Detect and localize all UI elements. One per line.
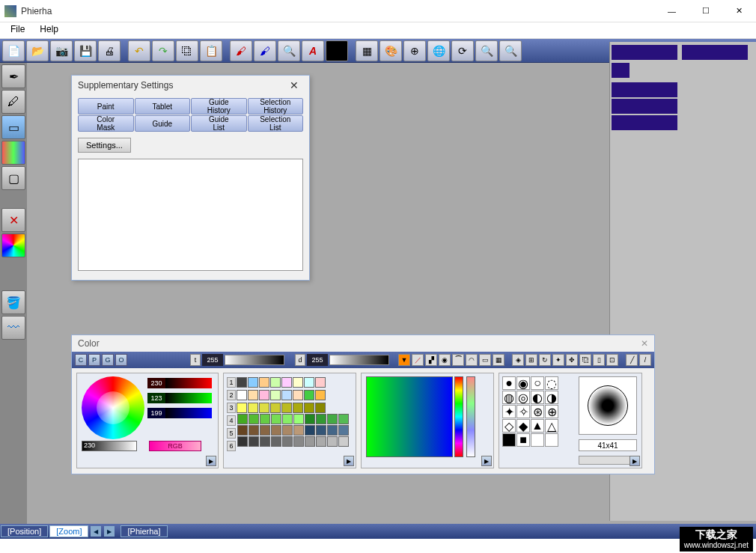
brush-preset[interactable]: ◆ bbox=[516, 419, 530, 433]
tool-rotate-icon[interactable]: ↻ bbox=[539, 354, 551, 366]
brush-red-button[interactable]: 🖌 bbox=[230, 40, 252, 61]
swatch-cell[interactable] bbox=[249, 414, 259, 424]
swatch[interactable] bbox=[281, 390, 292, 400]
brush-preset[interactable]: ◑ bbox=[545, 391, 558, 404]
print-button[interactable]: 🖨 bbox=[98, 40, 121, 61]
color-wheel[interactable] bbox=[82, 376, 144, 439]
tool-brush2-icon[interactable]: / bbox=[639, 354, 651, 366]
tool-diamond-icon[interactable]: ◈ bbox=[512, 354, 524, 366]
swatch-row-1[interactable]: 1 bbox=[227, 377, 236, 388]
brush-tool[interactable]: 🖊 bbox=[1, 90, 25, 114]
swatch[interactable] bbox=[304, 377, 314, 388]
swatch[interactable] bbox=[304, 403, 314, 413]
swatch-cell[interactable] bbox=[260, 436, 270, 447]
paint-bucket-tool[interactable]: 🪣 bbox=[1, 290, 25, 314]
brush-preset[interactable]: ● bbox=[502, 376, 516, 390]
swatch[interactable] bbox=[315, 390, 326, 400]
paste-button[interactable]: 📋 bbox=[200, 40, 222, 61]
swatch-cell[interactable] bbox=[249, 436, 259, 447]
swatch-cell[interactable] bbox=[338, 414, 349, 424]
zoom-out-button[interactable]: 🔍 bbox=[499, 40, 522, 61]
swatch[interactable] bbox=[304, 390, 314, 400]
shape-tool[interactable]: ▢ bbox=[1, 166, 25, 190]
panel-block-6[interactable] bbox=[612, 115, 677, 130]
zoom-in-button[interactable]: 🔍 bbox=[475, 40, 498, 61]
color-swatch-button[interactable] bbox=[326, 40, 348, 61]
new-file-button[interactable]: 📄 bbox=[2, 40, 25, 61]
swatch-row-5[interactable]: 5 bbox=[227, 428, 236, 439]
brush-preset[interactable]: ◇ bbox=[502, 419, 516, 433]
swatch[interactable] bbox=[281, 377, 292, 388]
swatch-cell[interactable] bbox=[338, 436, 349, 447]
undo-button[interactable]: ↶ bbox=[128, 40, 150, 61]
swatch-cell[interactable] bbox=[316, 436, 326, 447]
brush-size-slider[interactable] bbox=[579, 456, 637, 465]
brush-preset[interactable] bbox=[531, 433, 544, 447]
tab-selection-list[interactable]: Selection List bbox=[248, 115, 304, 132]
swatch[interactable] bbox=[248, 377, 258, 388]
tool-grid-icon[interactable]: ⊞ bbox=[525, 354, 537, 366]
swatch[interactable] bbox=[293, 403, 303, 413]
gradient-field[interactable] bbox=[366, 376, 453, 457]
tab-paint[interactable]: Paint bbox=[78, 98, 134, 114]
swatch-cell[interactable] bbox=[327, 436, 338, 447]
supp-close-button[interactable]: ✕ bbox=[285, 78, 303, 93]
swatch-row-6[interactable]: 6 bbox=[227, 441, 236, 451]
swatch[interactable] bbox=[270, 403, 281, 413]
copy-button[interactable]: ⿻ bbox=[176, 40, 198, 61]
swatch-cell[interactable] bbox=[293, 414, 304, 424]
brush-preset[interactable]: ◍ bbox=[502, 391, 516, 404]
redo-button[interactable]: ↷ bbox=[152, 40, 174, 61]
status-prev-icon[interactable]: ◀ bbox=[91, 526, 101, 537]
mode-g[interactable]: G bbox=[102, 354, 114, 366]
swatch[interactable] bbox=[259, 390, 269, 400]
swatch[interactable] bbox=[270, 377, 281, 388]
swatch[interactable] bbox=[237, 377, 247, 388]
r-slider[interactable] bbox=[165, 378, 212, 388]
swatch[interactable] bbox=[293, 390, 303, 400]
target-button[interactable]: ⊕ bbox=[403, 40, 426, 61]
brush-preset[interactable]: ◎ bbox=[516, 391, 530, 404]
swatch[interactable] bbox=[293, 377, 303, 388]
swatch-cell[interactable] bbox=[327, 414, 338, 424]
tool-brush1-icon[interactable]: ╱ bbox=[626, 354, 638, 366]
swatch-cell[interactable] bbox=[305, 436, 315, 447]
mode-o[interactable]: O bbox=[115, 354, 127, 366]
tool-paste-icon[interactable]: ▯ bbox=[593, 354, 605, 366]
panel-block-2[interactable] bbox=[682, 45, 748, 60]
tool-flag-icon[interactable]: ▼ bbox=[398, 354, 410, 366]
settings-button[interactable]: Settings... bbox=[78, 138, 131, 153]
swatch-cell[interactable] bbox=[271, 414, 281, 424]
swatch[interactable] bbox=[248, 403, 258, 413]
brush-preset[interactable]: ◌ bbox=[545, 376, 558, 390]
brush-preset[interactable]: ◉ bbox=[516, 376, 530, 390]
d-slider[interactable] bbox=[329, 355, 389, 365]
swatch-row-2[interactable]: 2 bbox=[227, 390, 236, 400]
layer-button[interactable]: ▦ bbox=[356, 40, 378, 61]
brush-preset[interactable]: △ bbox=[545, 419, 558, 433]
swatch-row-4[interactable]: 4 bbox=[227, 415, 236, 426]
zoom-button[interactable]: 🔍 bbox=[278, 40, 300, 61]
status-position[interactable]: [Position] bbox=[1, 525, 48, 537]
maximize-button[interactable]: ☐ bbox=[689, 0, 722, 22]
brush-preset[interactable]: ■ bbox=[516, 433, 530, 447]
globe-button[interactable]: 🌐 bbox=[427, 40, 450, 61]
brush-preset[interactable]: ◐ bbox=[531, 391, 544, 404]
mode-p[interactable]: P bbox=[88, 354, 100, 366]
swatch-cell[interactable] bbox=[237, 414, 248, 424]
tool-lock-icon[interactable]: ⊡ bbox=[606, 354, 618, 366]
sat-strip[interactable] bbox=[466, 376, 475, 457]
swatch-cell[interactable] bbox=[271, 425, 281, 436]
color-mix-tool[interactable] bbox=[1, 233, 25, 257]
swatch-cell[interactable] bbox=[293, 425, 304, 436]
tab-guide-list[interactable]: Guide List bbox=[191, 115, 247, 132]
swatch[interactable] bbox=[259, 403, 269, 413]
status-next-icon[interactable]: ▶ bbox=[104, 526, 115, 537]
swatch-cell[interactable] bbox=[327, 425, 338, 436]
brush-preset[interactable]: ✦ bbox=[502, 405, 516, 418]
tool-checker-icon[interactable]: ▞ bbox=[425, 354, 437, 366]
swatch-cell[interactable] bbox=[305, 414, 315, 424]
brush-preset[interactable]: ✧ bbox=[516, 405, 530, 418]
rgb-mode-button[interactable]: RGB bbox=[149, 441, 201, 451]
swatch-cell[interactable] bbox=[305, 425, 315, 436]
